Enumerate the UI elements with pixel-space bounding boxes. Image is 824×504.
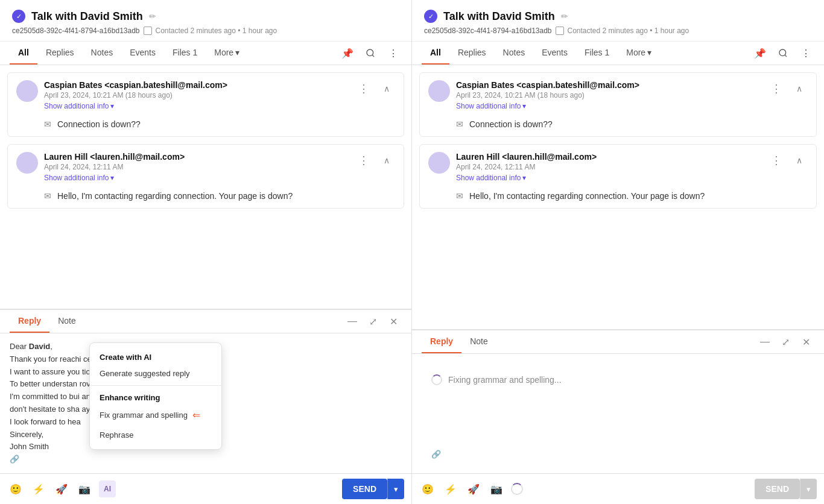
left-msg1-menu[interactable]: ⋮ — [355, 80, 372, 97]
left-pin-icon[interactable]: 📌 — [339, 45, 356, 61]
left-tab-replies[interactable]: Replies — [37, 42, 83, 65]
left-tab-notes[interactable]: Notes — [83, 42, 122, 65]
right-show-info-chevron-1: ▾ — [522, 102, 526, 110]
right-tab-all[interactable]: All — [422, 42, 449, 65]
right-msg2-body: ✉ Hello, I'm contacting regarding connec… — [420, 186, 816, 208]
left-tab-more[interactable]: More ▾ — [206, 42, 248, 65]
right-copy-icon[interactable] — [556, 27, 564, 35]
right-tab-files[interactable]: Files 1 — [576, 42, 618, 65]
left-compose-area: Reply Note — ⤢ ✕ Dear David, Thank you f… — [0, 309, 411, 504]
right-tab-notes[interactable]: Notes — [495, 42, 534, 65]
left-avatar-1 — [16, 80, 38, 102]
left-kebab-icon[interactable]: ⋮ — [385, 45, 402, 61]
right-messages-area: Caspian Bates <caspian.bateshill@mail.co… — [412, 65, 824, 329]
right-email-icon-2: ✉ — [456, 191, 463, 201]
right-rocket-icon[interactable]: 🚀 — [465, 480, 482, 497]
left-rocket-icon[interactable]: 🚀 — [53, 480, 70, 497]
left-note-tab[interactable]: Note — [49, 310, 84, 333]
left-msg2-collapse[interactable]: ∧ — [378, 152, 395, 169]
right-show-info-2[interactable]: Show additional info ▾ — [456, 174, 526, 182]
right-send-button[interactable]: SEND — [755, 479, 800, 499]
right-show-info-1[interactable]: Show additional info ▾ — [456, 102, 526, 110]
left-edit-icon[interactable]: ✏ — [149, 11, 156, 21]
left-show-info-1[interactable]: Show additional info ▾ — [44, 102, 114, 110]
left-msg2-menu[interactable]: ⋮ — [355, 152, 372, 169]
left-msg1-collapse[interactable]: ∧ — [378, 80, 395, 97]
right-emoji-icon[interactable]: 🙂 — [419, 480, 436, 497]
left-tab-files[interactable]: Files 1 — [164, 42, 206, 65]
right-edit-icon[interactable]: ✏ — [561, 11, 568, 21]
right-kebab-icon[interactable]: ⋮ — [797, 45, 814, 61]
right-meta-text: Contacted 2 minutes ago • 1 hour ago — [568, 27, 689, 35]
left-sender-1: Caspian Bates <caspian.bateshill@mail.co… — [44, 80, 349, 90]
left-search-icon[interactable] — [362, 45, 379, 61]
left-ai-create-title: Create with AI — [90, 348, 221, 364]
right-message-1: Caspian Bates <caspian.bateshill@mail.co… — [419, 72, 817, 137]
right-show-info-chevron-2: ▾ — [522, 174, 526, 182]
right-send-dropdown[interactable]: ▾ — [800, 479, 817, 499]
right-compose-minimize[interactable]: — — [756, 333, 773, 350]
right-compose-close[interactable]: ✕ — [797, 333, 814, 350]
left-title-icon: ✓ — [12, 10, 25, 23]
left-ai-fix-grammar[interactable]: Fix grammar and spelling ⇐ — [90, 405, 221, 426]
right-ai-spinner-icon — [511, 483, 523, 495]
left-msg1-body: ✉ Connection is down?? — [8, 115, 404, 136]
left-email-icon-1: ✉ — [44, 119, 51, 129]
right-more-chevron: ▾ — [647, 48, 651, 57]
right-note-tab[interactable]: Note — [461, 330, 496, 353]
right-msg1-menu[interactable]: ⋮ — [768, 80, 785, 97]
right-msg1-collapse[interactable]: ∧ — [791, 80, 808, 97]
left-emoji-icon[interactable]: 🙂 — [7, 480, 24, 497]
left-avatar-2 — [16, 152, 38, 174]
right-msg2-collapse[interactable]: ∧ — [791, 152, 808, 169]
left-send-dropdown[interactable]: ▾ — [387, 479, 404, 499]
left-reply-tab[interactable]: Reply — [10, 310, 49, 333]
svg-line-3 — [785, 55, 787, 57]
left-tabs: All Replies Notes Events Files 1 More ▾ … — [0, 42, 411, 65]
svg-line-1 — [372, 55, 374, 57]
left-compose-footer: 🙂 ⚡ 🚀 📷 AI SEND ▾ — [0, 473, 411, 504]
right-search-icon[interactable] — [775, 45, 791, 61]
right-bolt-icon[interactable]: ⚡ — [442, 480, 459, 497]
left-msg1-text: Connection is down?? — [57, 119, 141, 129]
right-msg1-text: Connection is down?? — [469, 119, 553, 129]
left-ai-rephrase[interactable]: Rephrase — [90, 426, 221, 444]
left-compose-tab-actions: — ⤢ ✕ — [344, 313, 402, 330]
right-pin-icon[interactable]: 📌 — [752, 45, 769, 61]
left-ai-popup: Create with AI Generate suggested reply … — [89, 342, 222, 450]
right-tabs: All Replies Notes Events Files 1 More ▾ … — [412, 42, 824, 65]
left-ai-arrow: ⇐ — [192, 409, 200, 421]
right-compose-tab-actions: — ⤢ ✕ — [756, 333, 814, 350]
left-header: ✓ Talk with David Smith ✏ ce2505d8-392c-… — [0, 0, 411, 42]
right-compose-footer: 🙂 ⚡ 🚀 📷 SEND ▾ — [412, 473, 824, 504]
left-email-icon-2: ✉ — [44, 191, 51, 201]
left-date-1: April 23, 2024, 10:21 AM (18 hours ago) — [44, 91, 349, 99]
left-compose-minimize[interactable]: — — [344, 313, 361, 330]
right-reply-tab[interactable]: Reply — [422, 330, 461, 353]
left-compose-expand[interactable]: ⤢ — [364, 313, 381, 330]
right-msg1-info: Caspian Bates <caspian.bateshill@mail.co… — [456, 80, 762, 111]
right-compose-expand[interactable]: ⤢ — [777, 333, 794, 350]
right-tab-replies[interactable]: Replies — [449, 42, 495, 65]
left-video-icon[interactable]: 📷 — [76, 480, 93, 497]
left-send-button[interactable]: SEND — [342, 479, 387, 499]
left-messages-area: Caspian Bates <caspian.bateshill@mail.co… — [0, 65, 411, 309]
right-tab-more[interactable]: More ▾ — [618, 42, 660, 65]
right-video-icon[interactable]: 📷 — [488, 480, 505, 497]
right-spinner — [431, 374, 442, 385]
left-panel-meta: ce2505d8-392c-4f41-8794-a16bd13adb Conta… — [12, 27, 399, 35]
right-tab-events[interactable]: Events — [533, 42, 576, 65]
right-conv-id: ce2505d8-392c-4f41-8794-a16bd13adb — [424, 27, 552, 35]
left-tab-events[interactable]: Events — [121, 42, 164, 65]
left-compose-close[interactable]: ✕ — [385, 313, 402, 330]
left-bolt-icon[interactable]: ⚡ — [30, 480, 47, 497]
right-msg2-menu[interactable]: ⋮ — [768, 152, 785, 169]
left-ai-btn-icon[interactable]: AI — [99, 480, 116, 497]
left-meta-text: Contacted 2 minutes ago • 1 hour ago — [156, 27, 277, 35]
left-show-info-2[interactable]: Show additional info ▾ — [44, 174, 114, 182]
left-msg2-info: Lauren Hill <lauren.hill@mail.com> April… — [44, 152, 349, 183]
left-ai-generate[interactable]: Generate suggested reply — [90, 364, 221, 383]
left-tab-all[interactable]: All — [10, 42, 37, 65]
left-copy-icon[interactable] — [144, 27, 152, 35]
right-msg2-text: Hello, I'm contacting regarding connecti… — [469, 191, 705, 201]
